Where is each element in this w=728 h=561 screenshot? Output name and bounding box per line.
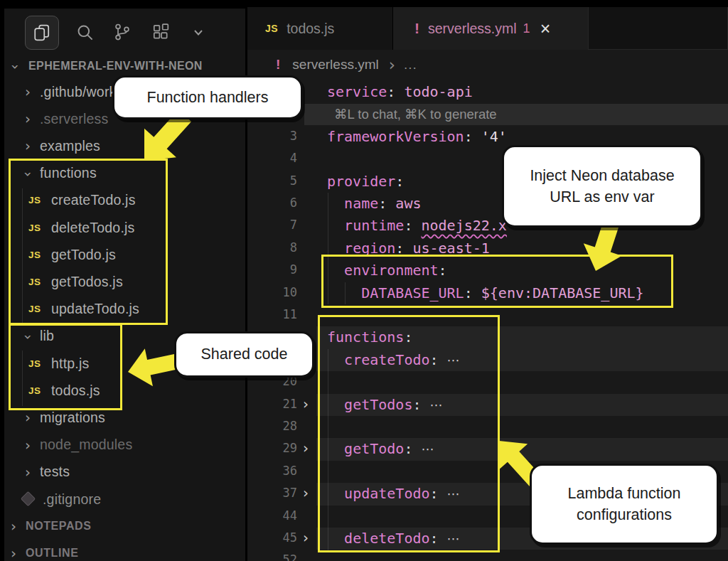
line-number: 6 [247, 196, 297, 210]
sidebar-section-outline[interactable]: › OUTLINE [4, 540, 245, 561]
line-number: 44 [247, 508, 297, 523]
line-number: 45 [247, 530, 297, 545]
ai-hint-bar: ⌘L to chat, ⌘K to generate [304, 104, 728, 124]
tree-item-node-modules[interactable]: ›node_modules [4, 432, 245, 459]
line-number: 37 [247, 486, 297, 500]
yaml-file-icon: ! [414, 20, 419, 37]
callout-inject-neon: Inject Neon database URL as env var [502, 145, 702, 228]
js-file-icon: JS [265, 23, 278, 34]
tree-item-label: migrations [40, 410, 105, 426]
breadcrumb[interactable]: ! serverless.yml › ... [247, 50, 728, 80]
fold-chevron-icon[interactable]: › [303, 395, 317, 412]
cursor-window: › EPHEMERAL-ENV-WITH-NEON ›.github/workf… [0, 0, 728, 561]
tab-todos-js[interactable]: JS todos.js [247, 7, 393, 50]
code-text: frameworkVersion: '4' [327, 128, 507, 145]
tree-item-label: .gitignore [43, 491, 101, 508]
chevron-right-icon: › [20, 112, 36, 126]
highlight-box-lib-folder [9, 324, 122, 410]
fold-chevron-icon[interactable]: › [303, 484, 317, 501]
section-label: OUTLINE [26, 547, 78, 560]
highlight-box-functions-folder [9, 159, 168, 325]
fold-chevron-icon[interactable]: › [303, 529, 317, 546]
line-number: 28 [247, 419, 297, 433]
callout-function-handlers: Function handlers [112, 75, 303, 119]
chevron-right-icon: › [20, 85, 36, 99]
line-number: 10 [247, 285, 297, 299]
code-line-2[interactable]: 2⌘L to chat, ⌘K to generate [247, 103, 728, 125]
section-label: NOTEPADS [26, 520, 92, 533]
tree-item-label: node_modules [40, 437, 132, 453]
highlight-box-environment [321, 255, 673, 308]
code-text: provider: [327, 173, 404, 190]
code-text: runtime: nodejs22.x [327, 217, 507, 234]
tree-item--gitignore[interactable]: .gitignore [4, 486, 245, 513]
tree-item-label: .serverless [40, 111, 108, 127]
code-line-1[interactable]: 1service: todo-api [247, 81, 728, 103]
line-number: 7 [247, 218, 297, 232]
tab-bar: JS todos.js ! serverless.yml 1 × [247, 7, 728, 50]
chevron-right-icon: › [389, 55, 395, 74]
tree-item-label: examples [40, 138, 100, 154]
code-text: name: aws [327, 195, 421, 212]
code-text: service: todo-api [327, 83, 473, 100]
close-icon[interactable]: × [540, 20, 551, 38]
chevron-right-icon: › [20, 438, 36, 452]
line-number: 3 [247, 129, 297, 143]
line-number: 36 [247, 464, 297, 478]
breadcrumb-file[interactable]: serverless.yml [292, 57, 378, 73]
line-number: 9 [247, 262, 297, 277]
tab-label: serverless.yml [428, 21, 517, 37]
chevron-right-icon: › [20, 410, 36, 424]
line-number: 52 [247, 552, 297, 561]
line-number: 5 [247, 173, 297, 188]
fold-chevron-icon[interactable]: › [303, 439, 317, 456]
line-number: 29 [247, 441, 297, 455]
callout-shared-code: Shared code [174, 331, 314, 378]
chevron-right-icon: › [6, 519, 21, 533]
line-number: 11 [247, 307, 297, 321]
tab-label: todos.js [287, 21, 334, 37]
line-number: 21 [247, 397, 297, 411]
breadcrumb-more[interactable]: ... [404, 57, 417, 73]
callout-lambda-config: Lambda function configurations [530, 464, 719, 545]
tab-serverless-yml[interactable]: ! serverless.yml 1 × [393, 7, 588, 50]
tab-modified-badge: 1 [523, 21, 530, 36]
line-number: 8 [247, 240, 297, 255]
tree-item-label: tests [40, 464, 70, 480]
tree-item-examples[interactable]: ›examples [4, 132, 245, 159]
ai-hint-text: ⌘L to chat, ⌘K to generate [334, 107, 497, 122]
highlight-box-functions-config [318, 315, 500, 552]
sidebar-section-notepads[interactable]: › NOTEPADS [4, 513, 245, 540]
chevron-right-icon: › [20, 465, 36, 479]
chevron-right-icon: › [6, 546, 21, 560]
chevron-right-icon: › [20, 139, 36, 153]
tab-bar-empty-area [588, 7, 728, 50]
tree-item-tests[interactable]: ›tests [4, 459, 245, 486]
yaml-file-icon: ! [276, 57, 280, 73]
line-number: 4 [247, 151, 297, 165]
